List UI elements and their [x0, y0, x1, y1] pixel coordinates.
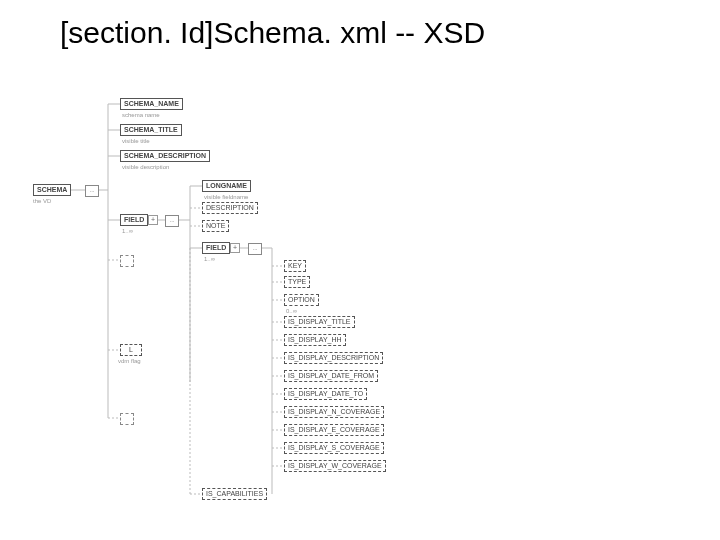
expand-icon: + — [148, 215, 158, 225]
sequence-connector-3: ··· — [248, 243, 262, 255]
node-key: KEY — [284, 260, 306, 272]
node-schema-title: SCHEMA_TITLE — [120, 124, 182, 136]
caption-schema-description: visible description — [122, 164, 169, 170]
node-schema-description: SCHEMA_DESCRIPTION — [120, 150, 210, 162]
node-is-display-date-to: IS_DISPLAY_DATE_TO — [284, 388, 367, 400]
caption-schema-name: schema name — [122, 112, 160, 118]
caption-schema: the VD — [33, 198, 51, 204]
node-is-display-e-coverage: IS_DISPLAY_E_COVERAGE — [284, 424, 384, 436]
node-is-display-w-coverage: IS_DISPLAY_W_COVERAGE — [284, 460, 386, 472]
node-type: TYPE — [284, 276, 310, 288]
caption-longname: visible fieldname — [204, 194, 248, 200]
node-schema-name: SCHEMA_NAME — [120, 98, 183, 110]
node-is-capabilities: IS_CAPABILITIES — [202, 488, 267, 500]
node-lang: L — [120, 344, 142, 356]
sequence-connector-1: ··· — [85, 185, 99, 197]
caption-field-1-rep: 1..∞ — [122, 228, 133, 234]
node-is-display-n-coverage: IS_DISPLAY_N_COVERAGE — [284, 406, 384, 418]
node-field-1: FIELD — [120, 214, 148, 226]
caption-field-2-rep: 1..∞ — [204, 256, 215, 262]
sequence-connector-2: ··· — [165, 215, 179, 227]
caption-schema-title: visible title — [122, 138, 150, 144]
node-option: OPTION — [284, 294, 319, 306]
node-schema: SCHEMA — [33, 184, 71, 196]
optional-connector-2 — [120, 413, 134, 425]
node-is-display-s-coverage: IS_DISPLAY_S_COVERAGE — [284, 442, 384, 454]
node-note: NOTE — [202, 220, 229, 232]
node-description: DESCRIPTION — [202, 202, 258, 214]
node-is-display-date-from: IS_DISPLAY_DATE_FROM — [284, 370, 378, 382]
caption-lang: vdm flag — [118, 358, 141, 364]
node-is-display-title: IS_DISPLAY_TITLE — [284, 316, 355, 328]
caption-option-rep: 0..∞ — [286, 308, 297, 314]
xsd-diagram: SCHEMA the VD ··· SCHEMA_NAME schema nam… — [30, 90, 690, 530]
node-longname: LONGNAME — [202, 180, 251, 192]
page-title: [section. Id]Schema. xml -- XSD — [60, 16, 485, 50]
optional-connector-1 — [120, 255, 134, 267]
node-field-2: FIELD — [202, 242, 230, 254]
node-is-display-description: IS_DISPLAY_DESCRIPTION — [284, 352, 383, 364]
node-is-display-hh: IS_DISPLAY_HH — [284, 334, 346, 346]
expand-icon-2: + — [230, 243, 240, 253]
